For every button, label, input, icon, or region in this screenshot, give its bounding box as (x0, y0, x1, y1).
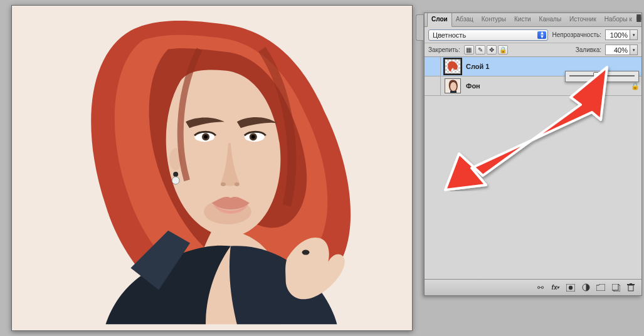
trash-icon[interactable] (625, 283, 636, 293)
panel-collapse-button[interactable] (416, 14, 423, 41)
fill-slider-track[interactable] (569, 75, 635, 76)
tab-brushes[interactable]: Кисти (510, 13, 536, 26)
fill-slider-thumb[interactable] (593, 72, 599, 80)
tab-clone-source[interactable]: Источник (566, 13, 601, 26)
svg-rect-23 (628, 285, 633, 291)
adjustment-icon[interactable] (580, 283, 591, 293)
layer-thumbnail[interactable] (445, 78, 461, 93)
fill-dropdown-button[interactable]: ▾ (630, 45, 638, 55)
link-icon[interactable]: ⚯ (535, 283, 546, 293)
svg-point-12 (173, 172, 178, 177)
blend-opacity-row: Цветность ▲▼ Непрозрачность: 100% ▾ (425, 27, 641, 43)
fill-label: Заливка: (576, 46, 601, 53)
layers-panel: Слои Абзац Контуры Кисти Каналы Источник… (424, 13, 642, 296)
svg-point-20 (569, 285, 573, 289)
thumbnail-content (445, 79, 461, 93)
tab-layers[interactable]: Слои (427, 13, 452, 27)
opacity-dropdown-button[interactable]: ▾ (630, 29, 638, 40)
opacity-label: Непрозрачность: (552, 31, 601, 38)
lock-move-icon[interactable]: ✥ (487, 45, 497, 55)
layer-visibility-toggle[interactable] (425, 57, 441, 76)
layer-thumbnail[interactable] (445, 59, 461, 74)
panel-tab-bar: Слои Абзац Контуры Кисти Каналы Источник… (425, 13, 641, 27)
lock-paint-icon[interactable]: ✎ (475, 45, 485, 55)
new-layer-icon[interactable] (610, 283, 621, 293)
fill-field[interactable]: 40% (605, 45, 630, 55)
lock-icon: 🔒 (629, 82, 641, 90)
blend-mode-value: Цветность (433, 31, 466, 39)
svg-rect-18 (450, 91, 457, 93)
panel-footer: ⚯ fx▾ (425, 279, 641, 295)
fill-slider-popup[interactable] (565, 71, 639, 82)
blend-mode-select[interactable]: Цветность ▲▼ (428, 29, 548, 41)
layers-list: Слой 1 Фон 🔒 (425, 57, 641, 279)
lock-all-icon[interactable]: 🔒 (498, 45, 508, 55)
group-icon[interactable] (595, 283, 606, 293)
layer-name[interactable]: Фон (463, 82, 629, 90)
svg-point-8 (251, 135, 255, 139)
lock-fill-row: Закрепить: ▦ ✎ ✥ 🔒 Заливка: 40% ▾ (425, 43, 641, 57)
tab-paragraph[interactable]: Абзац (452, 13, 478, 26)
svg-rect-25 (630, 283, 632, 284)
layer-visibility-toggle[interactable] (425, 76, 441, 95)
lock-transparency-icon[interactable]: ▦ (464, 45, 474, 55)
fx-icon[interactable]: fx▾ (550, 283, 561, 293)
svg-point-13 (172, 177, 179, 184)
svg-rect-24 (627, 284, 635, 285)
svg-point-9 (221, 182, 226, 186)
svg-point-5 (204, 135, 208, 139)
tab-paths[interactable]: Контуры (478, 13, 510, 26)
opacity-field[interactable]: 100% (605, 29, 630, 40)
document-canvas[interactable] (11, 5, 413, 331)
thumbnail-content (446, 61, 459, 72)
tab-channels[interactable]: Каналы (536, 13, 566, 26)
panel-menu-button[interactable]: ▀▀▀ (636, 13, 641, 26)
svg-point-17 (450, 82, 457, 91)
tab-presets[interactable]: Наборы к (601, 13, 636, 26)
portrait-image (12, 6, 412, 330)
svg-point-10 (235, 182, 240, 186)
layer-name[interactable]: Слой 1 (463, 63, 641, 70)
mask-icon[interactable] (565, 283, 576, 293)
dropdown-arrows-icon: ▲▼ (540, 31, 545, 39)
svg-point-2 (302, 250, 310, 255)
svg-rect-22 (612, 284, 618, 290)
lock-label: Закрепить: (428, 46, 460, 53)
